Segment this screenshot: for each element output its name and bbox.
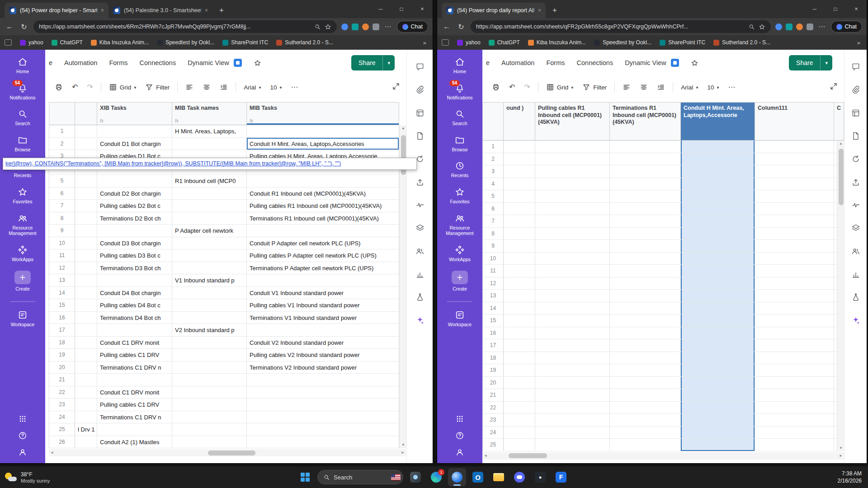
row-number[interactable]: 20 bbox=[49, 361, 75, 374]
grid-cell[interactable] bbox=[610, 377, 681, 389]
vertical-scrollbar[interactable]: ▲ ▼ bbox=[837, 141, 844, 451]
grid-cell[interactable] bbox=[610, 265, 681, 277]
row-number[interactable]: 5 bbox=[483, 190, 504, 202]
menu-item-automation[interactable]: Automation bbox=[501, 59, 534, 66]
new-tab-button[interactable]: + bbox=[215, 4, 228, 17]
help-icon[interactable] bbox=[18, 431, 27, 440]
grid-cell[interactable] bbox=[75, 337, 97, 349]
grid-cell[interactable] bbox=[75, 125, 97, 137]
grid-cell[interactable] bbox=[535, 265, 610, 277]
active-browser-icon[interactable] bbox=[448, 468, 466, 486]
menu-item-dynamic-view[interactable]: Dynamic View bbox=[625, 59, 666, 66]
grid-cell[interactable] bbox=[247, 175, 399, 187]
extension-orange-icon[interactable] bbox=[796, 23, 803, 30]
grid-cell[interactable] bbox=[504, 302, 535, 314]
scroll-left-icon[interactable]: ◄ bbox=[49, 449, 55, 456]
close-button[interactable]: × bbox=[846, 0, 867, 18]
ai-assistant-icon[interactable] bbox=[415, 316, 425, 325]
grid-cell[interactable] bbox=[610, 153, 681, 165]
chat-button[interactable]: Chat bbox=[831, 21, 862, 33]
grid-cell[interactable] bbox=[172, 287, 247, 299]
grid-cell[interactable] bbox=[75, 138, 97, 150]
account-icon[interactable] bbox=[455, 448, 464, 457]
expand-sheet-icon[interactable] bbox=[830, 82, 838, 90]
row-number[interactable]: 12 bbox=[483, 277, 504, 290]
grid-cell[interactable] bbox=[681, 178, 755, 190]
grid-cell[interactable] bbox=[504, 141, 535, 153]
sidebar-item-favorites[interactable]: Favorites bbox=[0, 187, 45, 205]
grid-cell[interactable] bbox=[681, 215, 755, 227]
row-number[interactable]: 7 bbox=[49, 200, 75, 212]
apps-grid-icon[interactable] bbox=[455, 414, 464, 423]
filter-button[interactable]: Filter bbox=[579, 80, 610, 94]
grid-cell[interactable] bbox=[610, 290, 681, 302]
grid-cell[interactable] bbox=[247, 125, 399, 137]
grid-cell[interactable] bbox=[75, 349, 97, 361]
grid-cell[interactable] bbox=[610, 339, 681, 352]
extension-teal-icon[interactable] bbox=[352, 23, 359, 30]
extension-orange-icon[interactable] bbox=[362, 23, 369, 30]
grid-cell[interactable] bbox=[755, 165, 834, 178]
grid-cell[interactable]: Conduit D3 Bot chargin bbox=[97, 237, 172, 249]
grid-cell[interactable] bbox=[75, 386, 97, 399]
grid-cell[interactable] bbox=[755, 253, 834, 265]
grid-cell[interactable] bbox=[504, 439, 535, 451]
grid-cell[interactable]: Conduit C1 DRV monit bbox=[97, 386, 172, 399]
grid-cell[interactable] bbox=[504, 314, 535, 327]
column-header[interactable]: Conduit H Mint. Areas, Laptops,Accessori… bbox=[681, 102, 755, 141]
grid-cell[interactable] bbox=[610, 277, 681, 290]
menu-item-dynamic-view[interactable]: Dynamic View bbox=[188, 59, 229, 66]
grid-cell[interactable] bbox=[755, 203, 834, 215]
grid-cell[interactable] bbox=[75, 436, 97, 448]
taskbar-clock[interactable]: 7:38 AM 2/16/2026 bbox=[838, 466, 862, 488]
grid-cell[interactable] bbox=[504, 153, 535, 165]
grid-cell[interactable] bbox=[172, 299, 247, 311]
account-icon[interactable] bbox=[18, 448, 27, 457]
grid-cell[interactable] bbox=[172, 386, 247, 399]
grid-cell[interactable] bbox=[681, 414, 755, 426]
browser-menu-icon[interactable]: ⋯ bbox=[818, 23, 826, 31]
align-center-button[interactable] bbox=[199, 80, 214, 94]
integrations-icon[interactable] bbox=[851, 293, 860, 302]
grid-cell[interactable] bbox=[97, 274, 172, 286]
grid-cell[interactable]: Terminations V1 Inbound standard power bbox=[247, 312, 399, 324]
vertical-scroll-thumb[interactable] bbox=[839, 149, 844, 205]
grid-cell[interactable] bbox=[172, 212, 247, 225]
sidebar-item-search[interactable]: Search bbox=[0, 109, 45, 127]
grid-cell[interactable] bbox=[681, 314, 755, 327]
row-number[interactable]: 21 bbox=[49, 374, 75, 386]
grid-cell[interactable] bbox=[610, 402, 681, 414]
column-header[interactable]: MIB Task namesfx bbox=[172, 102, 247, 125]
font-selector[interactable]: Arial▾ bbox=[678, 81, 701, 94]
grid-cell[interactable]: H Mint. Areas, Laptops, bbox=[172, 125, 247, 137]
grid-cell[interactable]: Pulling cables D3 Bot c bbox=[97, 249, 172, 262]
row-number[interactable]: 6 bbox=[483, 203, 504, 215]
grid-cell[interactable] bbox=[504, 290, 535, 302]
grid-cell[interactable] bbox=[504, 339, 535, 352]
bookmarks-overflow-icon[interactable]: » bbox=[857, 39, 862, 46]
discord-icon[interactable] bbox=[510, 468, 528, 486]
url-field[interactable]: https://app.smartsheet.com/sheets/6Rm2HR… bbox=[33, 20, 337, 33]
view-selector[interactable]: Grid▾ bbox=[106, 80, 140, 94]
grid-cell[interactable] bbox=[610, 178, 681, 190]
grid-cell[interactable] bbox=[535, 302, 610, 314]
documents-icon[interactable] bbox=[415, 131, 425, 141]
grid-cell[interactable]: Conduit H Mint. Areas, Laptops,Accessori… bbox=[247, 138, 399, 150]
grid-cell[interactable] bbox=[97, 374, 172, 386]
grid-cell[interactable] bbox=[681, 253, 755, 265]
grid-cell[interactable]: Conduit D1 Bot chargin bbox=[97, 138, 172, 150]
grid-cell[interactable] bbox=[75, 287, 97, 299]
print-button[interactable] bbox=[489, 80, 503, 94]
grid-cell[interactable] bbox=[535, 402, 610, 414]
column-header[interactable]: XIB Tasksfx bbox=[97, 102, 172, 125]
grid-cell[interactable] bbox=[504, 215, 535, 227]
bookmark-item[interactable]: Speedtest by Ookl... bbox=[153, 38, 218, 47]
grid-cell[interactable] bbox=[755, 427, 834, 439]
extension-blue-icon[interactable] bbox=[341, 23, 348, 30]
grid-cell[interactable]: Conduit D2 Bot chargin bbox=[97, 188, 172, 200]
help-icon[interactable] bbox=[455, 431, 464, 440]
outlook-icon[interactable]: O bbox=[469, 468, 487, 486]
column-header[interactable]: MIB Tasksfx bbox=[247, 102, 399, 125]
grid-cell[interactable]: Pulling cables V1 Inbound standard power bbox=[247, 299, 399, 311]
row-number[interactable]: 13 bbox=[49, 274, 75, 286]
